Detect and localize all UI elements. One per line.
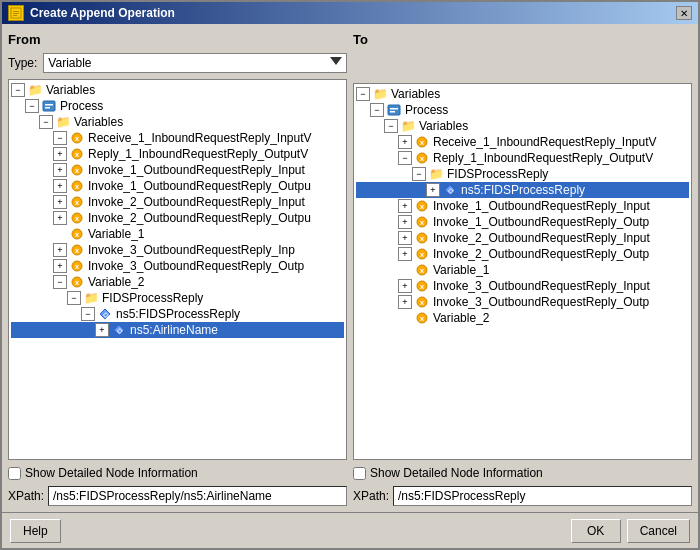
from-xpath-input[interactable] bbox=[48, 486, 347, 506]
tree-node-vars-root[interactable]: −📁Variables bbox=[11, 82, 344, 98]
tree-node-invoke1output[interactable]: +xInvoke_1_OutboundRequestReply_Outpu bbox=[11, 178, 344, 194]
tree-node-reply1[interactable]: +xReply_1_InboundRequestReply_OutputV bbox=[11, 146, 344, 162]
tree-node-receive1[interactable]: +xReceive_1_InboundRequestReply_InputV bbox=[356, 134, 689, 150]
expand-btn-ns5fids-sel[interactable]: + bbox=[426, 183, 440, 197]
expand-btn-invoke2output[interactable]: + bbox=[398, 247, 412, 261]
expand-btn-invoke3input[interactable]: + bbox=[53, 243, 67, 257]
bottom-bar: Help OK Cancel bbox=[2, 512, 698, 548]
node-icon-variables: 📁 bbox=[400, 119, 416, 133]
ok-button[interactable]: OK bbox=[571, 519, 621, 543]
type-row: Type: Variable bbox=[8, 53, 347, 73]
svg-text:x: x bbox=[419, 282, 424, 291]
expand-btn-invoke1input[interactable]: + bbox=[398, 199, 412, 213]
expand-btn-invoke2input[interactable]: + bbox=[398, 231, 412, 245]
tree-node-fids-reply[interactable]: −📁FIDSProcessReply bbox=[356, 166, 689, 182]
node-icon-ns5fids: ◇ bbox=[97, 307, 113, 321]
to-show-detailed-checkbox[interactable] bbox=[353, 467, 366, 480]
tree-node-invoke3input[interactable]: +xInvoke_3_OutboundRequestReply_Input bbox=[356, 278, 689, 294]
svg-rect-4 bbox=[43, 101, 55, 111]
cancel-button[interactable]: Cancel bbox=[627, 519, 690, 543]
expand-btn-reply1[interactable]: + bbox=[53, 147, 67, 161]
tree-node-invoke2input[interactable]: +xInvoke_2_OutboundRequestReply_Input bbox=[356, 230, 689, 246]
from-xpath-row: XPath: bbox=[8, 486, 347, 506]
to-tree[interactable]: −📁Variables−Process−📁Variables+xReceive_… bbox=[353, 83, 692, 460]
tree-node-variable1[interactable]: xVariable_1 bbox=[11, 226, 344, 242]
to-header: To bbox=[353, 30, 692, 49]
tree-node-ns5fids-sel[interactable]: +◇ns5:FIDSProcessReply bbox=[356, 182, 689, 198]
expand-btn-invoke2output[interactable]: + bbox=[53, 211, 67, 225]
from-show-detailed-checkbox[interactable] bbox=[8, 467, 21, 480]
tree-node-invoke2output[interactable]: +xInvoke_2_OutboundRequestReply_Outp bbox=[356, 246, 689, 262]
expand-btn-invoke1output[interactable]: + bbox=[398, 215, 412, 229]
node-label-invoke3output: Invoke_3_OutboundRequestReply_Outp bbox=[88, 259, 304, 273]
svg-text:x: x bbox=[419, 138, 424, 147]
tree-node-invoke3input[interactable]: +xInvoke_3_OutboundRequestReply_Inp bbox=[11, 242, 344, 258]
tree-node-invoke3output[interactable]: +xInvoke_3_OutboundRequestReply_Outp bbox=[11, 258, 344, 274]
tree-node-invoke1input[interactable]: +xInvoke_1_OutboundRequestReply_Input bbox=[11, 162, 344, 178]
node-icon-invoke1input: x bbox=[69, 163, 85, 177]
tree-node-variables[interactable]: −📁Variables bbox=[11, 114, 344, 130]
tree-node-process[interactable]: −Process bbox=[11, 98, 344, 114]
expand-btn-ns5airline[interactable]: + bbox=[95, 323, 109, 337]
expand-btn-invoke2input[interactable]: + bbox=[53, 195, 67, 209]
expand-btn-invoke3output[interactable]: + bbox=[53, 259, 67, 273]
node-icon-invoke1output: x bbox=[414, 215, 430, 229]
expand-btn-process[interactable]: − bbox=[25, 99, 39, 113]
tree-node-variables[interactable]: −📁Variables bbox=[356, 118, 689, 134]
tree-node-receive1[interactable]: −xReceive_1_InboundRequestReply_InputV bbox=[11, 130, 344, 146]
tree-node-ns5fids[interactable]: −◇ns5:FIDSProcessReply bbox=[11, 306, 344, 322]
to-xpath-input[interactable] bbox=[393, 486, 692, 506]
svg-text:x: x bbox=[419, 314, 424, 323]
from-header: From bbox=[8, 30, 347, 49]
help-button[interactable]: Help bbox=[10, 519, 61, 543]
tree-node-vars-root[interactable]: −📁Variables bbox=[356, 86, 689, 102]
close-button[interactable]: ✕ bbox=[676, 6, 692, 20]
to-xpath-row: XPath: bbox=[353, 486, 692, 506]
tree-node-variable1[interactable]: xVariable_1 bbox=[356, 262, 689, 278]
tree-node-invoke2output[interactable]: +xInvoke_2_OutboundRequestReply_Outpu bbox=[11, 210, 344, 226]
expand-btn-fids-reply[interactable]: − bbox=[412, 167, 426, 181]
tree-node-variable2[interactable]: −xVariable_2 bbox=[11, 274, 344, 290]
expand-btn-process[interactable]: − bbox=[370, 103, 384, 117]
expand-btn-receive1[interactable]: + bbox=[398, 135, 412, 149]
expand-btn-fids[interactable]: − bbox=[67, 291, 81, 305]
from-tree[interactable]: −📁Variables−Process−📁Variables−xReceive_… bbox=[8, 79, 347, 460]
expand-btn-variables[interactable]: − bbox=[39, 115, 53, 129]
node-label-fids-reply: FIDSProcessReply bbox=[447, 167, 548, 181]
tree-node-invoke3output[interactable]: +xInvoke_3_OutboundRequestReply_Outp bbox=[356, 294, 689, 310]
svg-rect-2 bbox=[13, 13, 19, 14]
expand-btn-reply1[interactable]: − bbox=[398, 151, 412, 165]
expand-btn-invoke1input[interactable]: + bbox=[53, 163, 67, 177]
node-icon-variable2: x bbox=[414, 311, 430, 325]
expand-btn-invoke1output[interactable]: + bbox=[53, 179, 67, 193]
tree-node-fids[interactable]: −📁FIDSProcessReply bbox=[11, 290, 344, 306]
svg-text:x: x bbox=[419, 154, 424, 163]
expand-btn-receive1[interactable]: − bbox=[53, 131, 67, 145]
type-select[interactable]: Variable bbox=[43, 53, 347, 73]
expand-btn-ns5fids[interactable]: − bbox=[81, 307, 95, 321]
svg-text:x: x bbox=[74, 166, 79, 175]
tree-node-ns5airline[interactable]: +◇ns5:AirlineName bbox=[11, 322, 344, 338]
tree-node-invoke2input[interactable]: +xInvoke_2_OutboundRequestReply_Input bbox=[11, 194, 344, 210]
node-label-vars-root: Variables bbox=[391, 87, 440, 101]
node-icon-ns5fids-sel: ◇ bbox=[442, 183, 458, 197]
tree-node-reply1[interactable]: −xReply_1_InboundRequestReply_OutputV bbox=[356, 150, 689, 166]
node-icon-process bbox=[386, 103, 402, 117]
expand-btn-invoke3input[interactable]: + bbox=[398, 279, 412, 293]
svg-rect-32 bbox=[390, 108, 398, 110]
tree-node-invoke1input[interactable]: +xInvoke_1_OutboundRequestReply_Input bbox=[356, 198, 689, 214]
tree-node-variable2[interactable]: xVariable_2 bbox=[356, 310, 689, 326]
expand-btn-variables[interactable]: − bbox=[384, 119, 398, 133]
tree-node-process[interactable]: −Process bbox=[356, 102, 689, 118]
node-icon-reply1: x bbox=[69, 147, 85, 161]
main-content: From Type: Variable −📁Variables−Process−… bbox=[2, 24, 698, 512]
expand-btn-vars-root[interactable]: − bbox=[356, 87, 370, 101]
svg-text:x: x bbox=[419, 202, 424, 211]
expand-btn-vars-root[interactable]: − bbox=[11, 83, 25, 97]
expand-btn-variable2[interactable]: − bbox=[53, 275, 67, 289]
node-label-ns5fids-sel: ns5:FIDSProcessReply bbox=[461, 183, 585, 197]
tree-node-invoke1output[interactable]: +xInvoke_1_OutboundRequestReply_Outp bbox=[356, 214, 689, 230]
expand-btn-invoke3output[interactable]: + bbox=[398, 295, 412, 309]
svg-text:x: x bbox=[419, 218, 424, 227]
to-xpath-label: XPath: bbox=[353, 489, 389, 503]
